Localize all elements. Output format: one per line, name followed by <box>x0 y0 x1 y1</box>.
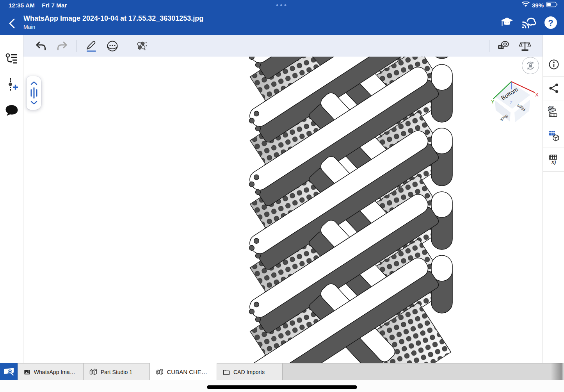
home-indicator[interactable] <box>207 385 357 389</box>
back-button[interactable] <box>5 16 20 30</box>
help-button[interactable]: ? <box>543 15 559 30</box>
toolbar-separator <box>489 40 489 52</box>
toolbar-separator <box>77 40 77 52</box>
document-title: WhatsApp Image 2024-10-04 at 17.55.32_36… <box>23 14 203 23</box>
feature-list-icon <box>5 52 18 66</box>
left-sidebar <box>0 35 23 363</box>
back-chevron-icon <box>10 19 14 28</box>
variables-icon: x) <box>548 154 560 166</box>
sphere-icon <box>106 40 119 52</box>
insert-feature-icon <box>5 77 19 92</box>
follow-mode-button[interactable] <box>521 15 537 30</box>
sketch-pencil-icon <box>85 40 97 52</box>
slider-bars-icon <box>30 86 38 100</box>
appearance-icon <box>548 106 560 118</box>
chevron-down-icon <box>30 101 37 105</box>
share-icon <box>548 83 559 94</box>
y-axis-label: Y <box>491 99 495 105</box>
tab-label: CAD Imports <box>233 369 265 375</box>
redo-icon <box>56 41 68 51</box>
document-header: WhatsApp Image 2024-10-04 at 17.55.32_36… <box>0 12 564 35</box>
sphere-tool-button[interactable] <box>105 38 120 54</box>
onshape-ipad-app: 12:35 AM Fri 7 Mar ••• 39% WhatsApp Imag… <box>0 0 564 392</box>
mass-properties-button[interactable] <box>517 38 533 54</box>
info-icon <box>548 59 560 70</box>
comments-button[interactable] <box>4 103 19 118</box>
configurations-panel-button[interactable] <box>543 124 564 148</box>
tab-label: Part Studio 1 <box>101 369 132 375</box>
rotation-lock-icon <box>525 60 536 71</box>
folder-tab-icon <box>222 368 230 376</box>
toolbar-separator <box>127 40 127 52</box>
part-studio-tab-icon <box>89 368 98 376</box>
variables-panel-button[interactable]: x) <box>543 148 564 172</box>
battery-percent: 39% <box>532 2 544 9</box>
redo-button[interactable] <box>54 38 70 54</box>
workspace-name: Main <box>23 24 203 30</box>
tab-label: CUBAN CHENE... <box>167 369 211 375</box>
cluster-tool-button[interactable] <box>134 38 149 54</box>
help-icon: ? <box>543 15 558 30</box>
share-button[interactable] <box>543 77 564 100</box>
modeling-toolbar <box>23 35 543 57</box>
configurations-icon <box>548 130 560 142</box>
rotation-lock-button[interactable] <box>522 57 539 74</box>
measure-button[interactable] <box>496 38 512 54</box>
tab-cad-imports[interactable]: CAD Imports <box>217 363 283 381</box>
status-bar: 12:35 AM Fri 7 Mar ••• 39% <box>0 0 564 12</box>
image-tab-icon <box>23 368 31 376</box>
undo-icon <box>35 41 47 51</box>
document-tab-bar: WhatsApp Image... Part Studio 1 <box>0 363 564 380</box>
right-sidebar: x) <box>543 35 564 363</box>
tab-search-button[interactable] <box>0 363 18 380</box>
undo-button[interactable] <box>33 38 49 54</box>
rollback-slider-handle[interactable] <box>27 76 41 110</box>
x-axis-label: X <box>535 92 539 98</box>
tab-search-icon <box>3 366 15 377</box>
tab-cuban-chain-active[interactable]: CUBAN CHENE... <box>150 363 217 381</box>
tab-part-studio-1[interactable]: Part Studio 1 <box>84 363 150 381</box>
cuban-chain-3d-model <box>248 57 466 363</box>
appearance-panel-button[interactable] <box>543 100 564 124</box>
tab-label: WhatsApp Image... <box>34 369 78 375</box>
spheres-cluster-icon <box>136 40 148 52</box>
view-cube[interactable]: Bottom Back Right Z Y X <box>491 78 539 127</box>
sketch-button[interactable] <box>84 38 99 54</box>
svg-text:x): x) <box>551 159 556 166</box>
follow-mode-icon <box>521 16 537 30</box>
home-strip <box>0 380 564 392</box>
measure-tape-icon <box>497 40 511 52</box>
comments-icon <box>5 104 19 117</box>
battery-icon <box>546 2 558 9</box>
part-studio-tab-icon <box>156 368 164 376</box>
multitask-dots-icon: ••• <box>0 4 564 7</box>
feature-list-button[interactable] <box>4 52 19 66</box>
insert-feature-button[interactable] <box>4 77 19 92</box>
mass-properties-scale-icon <box>519 40 531 52</box>
learning-center-button[interactable] <box>499 15 515 30</box>
svg-text:?: ? <box>548 18 553 28</box>
info-panel-button[interactable] <box>543 53 564 77</box>
3d-viewport[interactable]: Bottom Back Right Z Y X <box>23 57 543 363</box>
chevron-up-icon <box>30 81 37 85</box>
wifi-icon <box>522 2 530 9</box>
learning-center-icon <box>500 16 514 29</box>
tab-whatsapp-image[interactable]: WhatsApp Image... <box>18 363 84 381</box>
z-axis-label: Z <box>510 100 512 105</box>
